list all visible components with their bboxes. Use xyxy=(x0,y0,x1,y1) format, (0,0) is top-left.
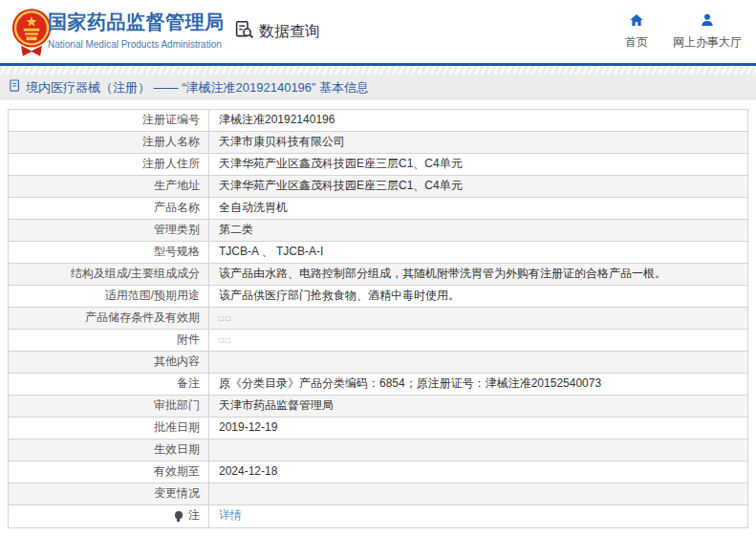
header-nav: 首页 网上办事大厅 xyxy=(625,12,742,51)
row-label: 结构及组成/主要组成成分 xyxy=(71,267,200,280)
agency-title-block: 国家药品监督管理局 National Medical Products Admi… xyxy=(48,10,225,50)
row-label: 注册人住所 xyxy=(142,157,200,170)
row-label-cell: 变更情况 xyxy=(9,483,209,504)
row-label-cell: 有效期至 xyxy=(9,461,209,482)
info-table: 注册证编号 津械注准20192140196 注册人名称 天津市康贝科技有限公司 … xyxy=(8,109,748,528)
table-row: 有效期至 2024-12-18 xyxy=(9,461,747,483)
row-label: 附件 xyxy=(177,332,200,346)
row-label-cell: 产品储存条件及有效期 xyxy=(9,308,209,329)
row-label-cell: 其他内容 xyxy=(9,352,209,373)
breadcrumb-text: 境内医疗器械（注册） —— “津械注准20192140196” 基本信息 xyxy=(26,79,369,96)
row-value-cell: 第二类 xyxy=(209,220,747,241)
row-value-cell: 该产品供医疗部门抢救食物、酒精中毒时使用。 xyxy=(209,286,747,307)
row-value: 2024-12-18 xyxy=(219,464,277,478)
row-label: 变更情况 xyxy=(154,486,200,500)
table-row: 变更情况 xyxy=(9,483,747,505)
row-value: 原《分类目录》产品分类编码：6854；原注册证号：津械注准20152540073 xyxy=(219,376,601,390)
row-label-cell: 备注 xyxy=(9,374,209,395)
row-value-cell: 该产品由水路、电路控制部分组成，其随机附带洗胃管为外购有注册证的合格产品一根。 xyxy=(209,264,747,285)
home-icon xyxy=(629,12,644,31)
row-label: 备注 xyxy=(177,376,200,390)
row-value-cell: 2024-12-18 xyxy=(209,461,747,482)
row-value-cell: 天津市药品监督管理局 xyxy=(209,396,747,417)
national-emblem-logo xyxy=(11,6,53,61)
row-label-cell: 型号规格 xyxy=(9,242,209,263)
user-icon xyxy=(700,12,715,31)
row-value-cell: 2019-12-19 xyxy=(209,418,747,439)
document-search-icon xyxy=(234,20,254,44)
row-label-cell: 批准日期 xyxy=(9,418,209,439)
table-row: 结构及组成/主要组成成分 该产品由水路、电路控制部分组成，其随机附带洗胃管为外购… xyxy=(9,264,747,286)
table-row: 型号规格 TJCB-A 、 TJCB-A-I xyxy=(9,242,747,264)
row-label: 适用范围/预期用途 xyxy=(105,289,200,302)
table-row: 其他内容 xyxy=(9,352,747,374)
table-row: 附件 □□ xyxy=(9,330,747,352)
nav-service-hall[interactable]: 网上办事大厅 xyxy=(673,12,742,51)
row-label-cell: 结构及组成/主要组成成分 xyxy=(9,264,209,285)
page-icon xyxy=(10,79,21,96)
site-header: 国家药品监督管理局 National Medical Products Admi… xyxy=(0,0,756,63)
row-label-cell: 适用范围/预期用途 xyxy=(9,286,209,307)
row-label: 生效日期 xyxy=(154,442,200,456)
table-row: 备注 原《分类目录》产品分类编码：6854；原注册证号：津械注准20152540… xyxy=(9,374,747,396)
row-value: TJCB-A 、 TJCB-A-I xyxy=(219,245,323,258)
table-row: 注册人住所 天津华苑产业区鑫茂科技园E座三层C1、C4单元 xyxy=(9,154,747,176)
table-row: 生效日期 xyxy=(9,440,747,461)
row-label-cell: 注 xyxy=(9,505,209,527)
row-label: 批准日期 xyxy=(154,420,200,434)
table-row: 批准日期 2019-12-19 xyxy=(9,418,747,440)
row-label: 注册人名称 xyxy=(142,135,200,148)
table-row: 注册证编号 津械注准20192140196 xyxy=(9,110,747,132)
row-value-cell: 全自动洗胃机 xyxy=(209,198,747,219)
row-value-cell xyxy=(209,352,747,373)
agency-name: 国家药品监督管理局 xyxy=(48,10,225,35)
row-value: 天津华苑产业区鑫茂科技园E座三层C1、C4单元 xyxy=(219,157,463,170)
table-row: 产品名称 全自动洗胃机 xyxy=(9,198,747,220)
row-label-cell: 注册人住所 xyxy=(9,154,209,175)
row-value: 天津华苑产业区鑫茂科技园E座三层C1、C4单元 xyxy=(219,179,463,192)
row-label-cell: 产品名称 xyxy=(9,198,209,219)
row-value: 天津市康贝科技有限公司 xyxy=(219,135,345,148)
row-label: 有效期至 xyxy=(154,464,200,478)
table-row: 生产地址 天津华苑产业区鑫茂科技园E座三层C1、C4单元 xyxy=(9,176,747,198)
nav-service-hall-label: 网上办事大厅 xyxy=(673,34,742,51)
row-label: 生产地址 xyxy=(154,179,200,192)
row-value-cell: □□ xyxy=(209,308,747,329)
row-label: 注册证编号 xyxy=(142,113,200,126)
row-value: 该产品供医疗部门抢救食物、酒精中毒时使用。 xyxy=(219,289,460,302)
row-label: 产品储存条件及有效期 xyxy=(85,311,200,324)
row-label: 其他内容 xyxy=(154,354,200,368)
row-value: 该产品由水路、电路控制部分组成，其随机附带洗胃管为外购有注册证的合格产品一根。 xyxy=(219,267,666,280)
row-label-cell: 附件 xyxy=(9,330,209,351)
row-value-cell: 原《分类目录》产品分类编码：6854；原注册证号：津械注准20152540073 xyxy=(209,374,747,395)
table-row: 审批部门 天津市药品监督管理局 xyxy=(9,396,747,418)
row-value-cell: 天津市康贝科技有限公司 xyxy=(209,132,747,153)
row-value: 全自动洗胃机 xyxy=(219,201,288,214)
row-label-cell: 注册证编号 xyxy=(9,110,209,131)
nav-home[interactable]: 首页 xyxy=(625,12,648,51)
row-value: □□ xyxy=(219,314,232,323)
details-link[interactable]: 详情 xyxy=(219,508,242,522)
row-value-cell xyxy=(209,483,747,504)
row-value-cell: TJCB-A 、 TJCB-A-I xyxy=(209,242,747,263)
agency-name-english: National Medical Products Administration xyxy=(48,39,225,50)
table-row: 注册人名称 天津市康贝科技有限公司 xyxy=(9,132,747,154)
row-label: 审批部门 xyxy=(154,398,200,412)
table-row: 适用范围/预期用途 该产品供医疗部门抢救食物、酒精中毒时使用。 xyxy=(9,286,747,308)
row-value-cell: 详情 xyxy=(209,505,747,527)
table-row: 产品储存条件及有效期 □□ xyxy=(9,308,747,330)
row-value-cell: 天津华苑产业区鑫茂科技园E座三层C1、C4单元 xyxy=(209,176,747,197)
row-value: 津械注准20192140196 xyxy=(219,113,335,126)
row-value: 第二类 xyxy=(219,223,253,236)
table-row: 注 详情 xyxy=(9,505,747,527)
nav-home-label: 首页 xyxy=(625,34,648,51)
row-label: 产品名称 xyxy=(154,201,200,214)
row-value-cell: □□ xyxy=(209,330,747,351)
row-label-cell: 管理类别 xyxy=(9,220,209,241)
row-value: 天津市药品监督管理局 xyxy=(219,398,334,412)
row-label-cell: 生效日期 xyxy=(9,440,209,461)
row-label: 注 xyxy=(188,508,200,522)
row-value-cell: 天津华苑产业区鑫茂科技园E座三层C1、C4单元 xyxy=(209,154,747,175)
data-query-link[interactable]: 数据查询 xyxy=(234,20,320,44)
row-value: □□ xyxy=(219,336,232,345)
